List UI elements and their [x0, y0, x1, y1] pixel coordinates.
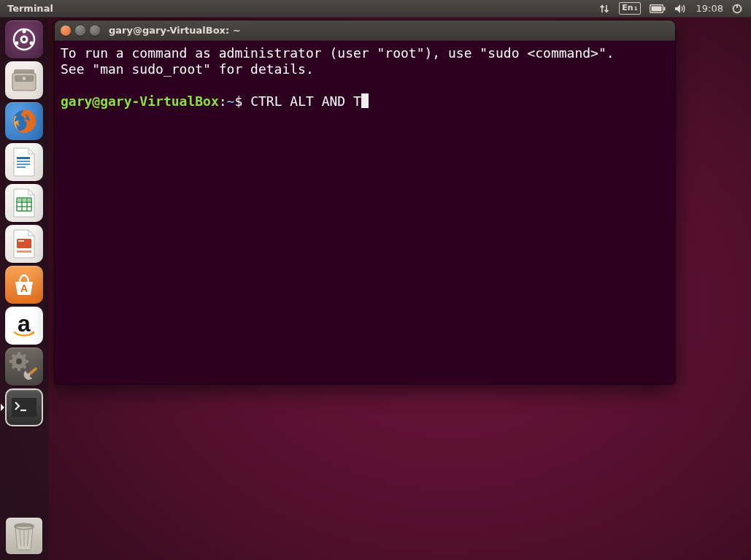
svg-point-15 — [23, 77, 26, 80]
terminal-prompt-sep: : — [219, 93, 227, 109]
launcher-trash[interactable] — [6, 518, 42, 554]
svg-text:A: A — [20, 283, 28, 294]
window-minimize-button[interactable] — [75, 26, 85, 36]
svg-rect-1 — [663, 7, 665, 10]
terminal-cursor — [361, 93, 369, 108]
battery-indicator-icon[interactable] — [645, 0, 670, 18]
svg-rect-17 — [17, 157, 30, 159]
keyboard-layout-indicator[interactable]: En 1 — [615, 0, 644, 18]
terminal-prompt-user: gary@gary-VirtualBox — [61, 93, 219, 109]
terminal-motd-line1: To run a command as administrator (user … — [61, 45, 615, 61]
svg-rect-19 — [17, 164, 30, 165]
terminal-window: gary@gary-VirtualBox: ~ To run a command… — [55, 20, 675, 384]
launcher-ubuntu-software[interactable]: A — [5, 266, 43, 304]
svg-rect-30 — [17, 239, 31, 248]
svg-point-7 — [30, 42, 34, 45]
network-indicator-icon[interactable] — [594, 0, 615, 18]
sound-indicator-icon[interactable] — [670, 0, 692, 18]
terminal-typed-command: CTRL ALT AND T — [250, 93, 361, 109]
session-indicator-icon[interactable] — [728, 0, 747, 18]
svg-rect-32 — [17, 250, 31, 253]
keyboard-layout-code: En — [622, 3, 633, 12]
svg-rect-29 — [17, 198, 31, 202]
clock-indicator[interactable]: 19:08 — [692, 0, 728, 18]
launcher-files[interactable] — [5, 61, 43, 99]
svg-rect-2 — [651, 6, 661, 11]
window-close-button[interactable] — [61, 26, 71, 36]
keyboard-layout-sub: 1 — [634, 4, 638, 14]
top-panel: Terminal En 1 19:08 — [0, 0, 751, 18]
svg-point-10 — [23, 38, 26, 42]
launcher-libreoffice-calc[interactable] — [5, 184, 43, 222]
svg-rect-45 — [12, 398, 36, 417]
terminal-title: gary@gary-VirtualBox: ~ — [109, 25, 241, 36]
terminal-prompt-symbol: $ — [234, 93, 242, 109]
launcher-amazon[interactable]: a — [5, 307, 43, 345]
svg-point-8 — [15, 42, 19, 45]
svg-line-41 — [24, 367, 26, 369]
terminal-prompt-path: ~ — [227, 93, 235, 109]
svg-point-35 — [16, 358, 22, 364]
window-maximize-button[interactable] — [90, 26, 100, 36]
terminal-titlebar[interactable]: gary@gary-VirtualBox: ~ — [55, 20, 675, 41]
launcher-system-settings[interactable] — [5, 348, 43, 386]
terminal-motd-line2: See "man sudo_root" for details. — [61, 61, 314, 77]
svg-point-6 — [23, 30, 26, 34]
launcher-libreoffice-impress[interactable] — [5, 225, 43, 263]
svg-line-43 — [24, 355, 26, 357]
launcher-dash[interactable] — [5, 20, 43, 58]
active-app-title: Terminal — [4, 3, 53, 14]
launcher-firefox[interactable] — [5, 102, 43, 140]
terminal-body[interactable]: To run a command as administrator (user … — [55, 41, 675, 384]
svg-rect-20 — [17, 166, 26, 168]
svg-line-40 — [12, 355, 15, 357]
svg-rect-31 — [18, 240, 24, 242]
amazon-smile-icon — [14, 331, 34, 339]
svg-rect-18 — [17, 161, 30, 162]
launcher-libreoffice-writer[interactable] — [5, 143, 43, 181]
launcher-terminal[interactable] — [5, 388, 43, 426]
svg-line-42 — [12, 367, 15, 369]
launcher: A a — [0, 18, 48, 560]
